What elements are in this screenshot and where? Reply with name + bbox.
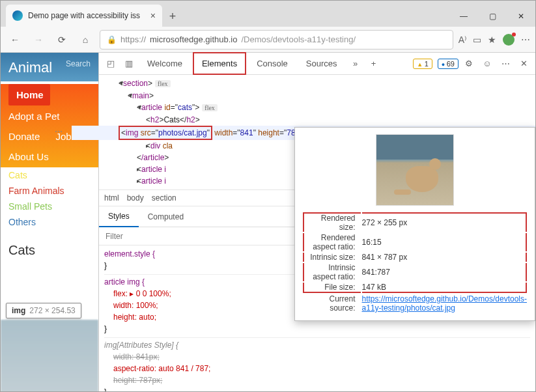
tab-title: Demo page with accessibility iss (28, 11, 140, 20)
category-nav: Cats Farm Animals Small Pets Others (1, 167, 98, 230)
browser-titlebar: Demo page with accessibility iss × + — ▢… (1, 1, 535, 27)
cat-cats[interactable]: Cats (1, 167, 98, 183)
more-icon[interactable]: ⋯ (521, 35, 530, 45)
search-label: Search (66, 59, 91, 76)
nav-home[interactable]: Home (8, 84, 50, 105)
back-button[interactable]: ← (6, 31, 24, 49)
new-tab-button[interactable]: + (162, 6, 183, 27)
nav-about[interactable]: About Us (1, 146, 98, 167)
more-tabs-icon[interactable]: » (348, 56, 363, 72)
more-devtools-icon[interactable]: ⋯ (498, 56, 513, 72)
tab-welcome[interactable]: Welcome (139, 53, 190, 74)
issues-info-badge[interactable]: 69 (438, 59, 458, 69)
cat-others[interactable]: Others (1, 214, 98, 230)
add-tab-icon[interactable]: + (366, 56, 382, 72)
rendered-page: Animal Search Home Adopt a Pet Donate Jo… (1, 53, 98, 391)
page-title: Animal Search (1, 53, 98, 81)
device-toggle-icon[interactable]: ▥ (121, 56, 137, 72)
nav-donate[interactable]: Donate (1, 127, 48, 146)
tab-elements[interactable]: Elements (193, 52, 246, 75)
lock-icon: 🔒 (107, 35, 117, 44)
forward-button[interactable]: → (29, 31, 48, 49)
cat-small[interactable]: Small Pets (1, 199, 98, 214)
element-size-overlay: img 272 × 254.53 (6, 303, 81, 318)
cat-farm[interactable]: Farm Animals (1, 183, 98, 199)
refresh-button[interactable]: ⟳ (53, 31, 71, 49)
feedback-icon[interactable]: ☺ (479, 56, 495, 72)
url-field[interactable]: 🔒 https://microsoftedge.github.io/Demos/… (100, 30, 453, 49)
window-maximize-button[interactable]: ▢ (478, 6, 507, 27)
image-info-popover: Rendered size:272 × 255 px Rendered aspe… (294, 127, 535, 321)
devtools-tabs: ◰ ▥ Welcome Elements Console Sources » +… (99, 53, 535, 75)
favorite-icon[interactable]: ★ (488, 35, 496, 45)
tab-styles[interactable]: Styles (99, 206, 139, 227)
inspect-icon[interactable]: ◰ (103, 56, 119, 72)
settings-icon[interactable]: ⚙ (461, 56, 477, 72)
collections-icon[interactable]: ▭ (473, 35, 481, 45)
edge-icon (12, 10, 23, 21)
page-image (1, 320, 98, 391)
issues-warning-badge[interactable]: 1 (413, 59, 432, 69)
window-minimize-button[interactable]: — (449, 6, 478, 27)
image-preview (376, 134, 454, 206)
home-button[interactable]: ⌂ (76, 31, 94, 49)
devtools-panel: ◰ ▥ Welcome Elements Console Sources » +… (98, 53, 535, 391)
close-devtools-icon[interactable]: ✕ (516, 56, 531, 72)
browser-tab[interactable]: Demo page with accessibility iss × (6, 5, 162, 27)
section-heading: Cats (1, 230, 98, 260)
profile-icon[interactable] (503, 34, 515, 46)
tab-computed[interactable]: Computed (139, 207, 193, 227)
read-aloud-icon[interactable]: A⁾ (458, 35, 466, 45)
address-bar: ← → ⟳ ⌂ 🔒 https://microsoftedge.github.i… (1, 27, 535, 53)
close-tab-icon[interactable]: × (145, 10, 156, 21)
tab-console[interactable]: Console (249, 53, 296, 74)
current-source-link[interactable]: https://microsoftedge.github.io/Demos/de… (362, 294, 527, 313)
nav-adopt[interactable]: Adopt a Pet (1, 105, 98, 127)
tab-sources[interactable]: Sources (298, 53, 345, 74)
window-close-button[interactable]: ✕ (507, 6, 535, 27)
